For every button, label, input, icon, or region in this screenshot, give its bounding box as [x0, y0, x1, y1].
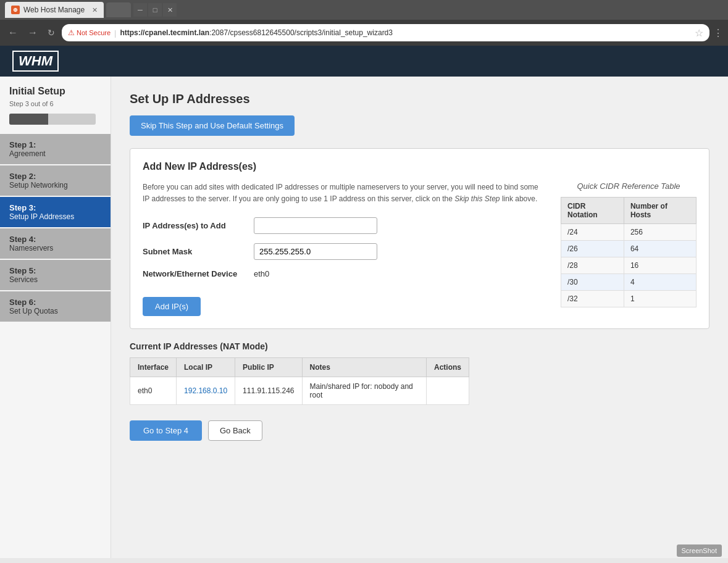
screenshot-watermark: ScreenShot: [677, 544, 722, 557]
cidr-table-row: /2816: [561, 257, 697, 274]
tab-close-button[interactable]: ✕: [92, 6, 98, 14]
subnet-mask-row: Subnet Mask: [143, 243, 542, 260]
sidebar-title: Initial Setup: [0, 86, 111, 100]
cidr-hosts-cell: 64: [624, 241, 696, 257]
sidebar-item-step2[interactable]: Step 2: Setup Networking: [0, 165, 111, 196]
cidr-notation-cell: /24: [561, 224, 624, 241]
step5-name: Services: [9, 275, 101, 284]
cidr-table-row: /304: [561, 274, 697, 291]
ip-interface-cell: eth0: [130, 377, 177, 405]
tab-title: Web Host Manage: [23, 6, 88, 14]
cidr-table-title: Quick CIDR Reference Table: [561, 181, 697, 191]
step6-number: Step 6:: [9, 298, 101, 307]
current-ip-table-header: Interface Local IP Public IP Notes Actio…: [130, 358, 469, 377]
reload-button[interactable]: ↻: [44, 27, 58, 39]
cidr-notation-cell: /26: [561, 241, 624, 257]
add-ip-card: Add New IP Address(es) Before you can ad…: [130, 148, 709, 329]
step1-name: Agreement: [9, 149, 101, 158]
step6-name: Set Up Quotas: [9, 307, 101, 315]
device-value: eth0: [254, 269, 269, 278]
add-ip-card-body: Before you can add sites with dedicated …: [143, 181, 697, 316]
ip-address-input[interactable]: [254, 217, 377, 234]
cidr-notation-cell: /28: [561, 257, 624, 274]
active-tab[interactable]: ⊕ Web Host Manage ✕: [5, 2, 104, 18]
subnet-mask-label: Subnet Mask: [143, 247, 254, 256]
actions-header: Actions: [426, 358, 469, 377]
back-nav-button[interactable]: ←: [5, 26, 21, 40]
cidr-hosts-cell: 4: [624, 274, 696, 291]
warning-icon: ⚠: [68, 28, 75, 37]
progress-bar-fill: [9, 114, 48, 125]
add-ip-button[interactable]: Add IP(s): [143, 297, 201, 316]
ip-actions-cell: [426, 377, 469, 405]
add-ip-description: Before you can add sites with dedicated …: [143, 181, 542, 205]
cidr-hosts-cell: 1: [624, 291, 696, 307]
main-layout: Initial Setup Step 3 out of 6 Step 1: Ag…: [0, 77, 728, 558]
current-ip-table: Interface Local IP Public IP Notes Actio…: [130, 357, 469, 405]
step3-number: Step 3:: [9, 203, 101, 212]
cidr-reference-section: Quick CIDR Reference Table CIDR Notation…: [561, 181, 697, 316]
cidr-notation-cell: /30: [561, 274, 624, 291]
browser-chrome: ⊕ Web Host Manage ✕ ─ □ ✕ ← → ↻ ⚠ Not Se…: [0, 0, 728, 46]
browser-toolbar: ← → ↻ ⚠ Not Secure | https://cpanel.tecm…: [0, 20, 728, 46]
local-ip-header: Local IP: [177, 358, 235, 377]
cidr-table-row: /2664: [561, 241, 697, 257]
url-domain: https://cpanel.tecmint.lan: [120, 28, 209, 37]
step4-number: Step 4:: [9, 235, 101, 244]
browser-menu-icon[interactable]: ⋮: [713, 27, 723, 39]
cidr-notation-header: CIDR Notation: [561, 198, 624, 224]
sidebar-item-step5[interactable]: Step 5: Services: [0, 260, 111, 290]
minimize-button[interactable]: ─: [133, 3, 147, 17]
sidebar-item-step4[interactable]: Step 4: Nameservers: [0, 228, 111, 259]
sidebar-subtitle: Step 3 out of 6: [0, 100, 111, 114]
cidr-table-row: /321: [561, 291, 697, 307]
progress-bar-background: [9, 114, 96, 125]
sidebar-item-step1[interactable]: Step 1: Agreement: [0, 134, 111, 164]
notes-header: Notes: [302, 358, 426, 377]
interface-header: Interface: [130, 358, 177, 377]
url-divider: |: [114, 28, 116, 38]
whm-logo: WHM: [12, 51, 59, 72]
step3-name: Setup IP Addresses: [9, 212, 101, 221]
close-window-button[interactable]: ✕: [163, 3, 177, 17]
skip-link: Skip this Step: [454, 194, 500, 203]
cidr-table: CIDR Notation Number of Hosts /24256/266…: [561, 197, 697, 307]
step2-name: Setup Networking: [9, 181, 101, 190]
device-label: Network/Ethernet Device: [143, 269, 254, 278]
public-ip-header: Public IP: [235, 358, 302, 377]
ip-notes-cell: Main/shared IP for: nobody and root: [302, 377, 426, 405]
address-bar[interactable]: ⚠ Not Secure | https://cpanel.tecmint.la…: [62, 24, 709, 41]
not-secure-indicator: ⚠ Not Secure: [68, 28, 111, 37]
sidebar-item-step6[interactable]: Step 6: Set Up Quotas: [0, 291, 111, 322]
add-ip-card-title: Add New IP Address(es): [143, 161, 697, 172]
new-tab-button[interactable]: [106, 2, 131, 17]
step5-number: Step 5:: [9, 266, 101, 275]
bookmark-icon[interactable]: ☆: [695, 27, 703, 39]
go-back-button[interactable]: Go Back: [208, 420, 262, 441]
content-area: Set Up IP Addresses Skip This Step and U…: [111, 77, 728, 558]
step4-name: Nameservers: [9, 244, 101, 252]
step1-number: Step 1:: [9, 140, 101, 149]
sidebar-item-step3[interactable]: Step 3: Setup IP Addresses: [0, 197, 111, 227]
url-text[interactable]: https://cpanel.tecmint.lan:2087/cpsess68…: [120, 28, 691, 37]
ip-address-row: IP Address(es) to Add: [143, 217, 542, 234]
tab-favicon: ⊕: [11, 6, 20, 14]
sidebar: Initial Setup Step 3 out of 6 Step 1: Ag…: [0, 77, 111, 558]
cidr-table-header: CIDR Notation Number of Hosts: [561, 198, 697, 224]
forward-nav-button[interactable]: →: [25, 26, 41, 40]
subnet-mask-input[interactable]: [254, 243, 377, 260]
ip-local-cell: 192.168.0.10: [177, 377, 235, 405]
cidr-hosts-cell: 16: [624, 257, 696, 274]
skip-button[interactable]: Skip This Step and Use Default Settings: [130, 115, 295, 136]
cidr-table-row: /24256: [561, 224, 697, 241]
progress-bar-container: [0, 114, 111, 134]
maximize-button[interactable]: □: [148, 3, 162, 17]
current-ips-title: Current IP Addresses (NAT Mode): [130, 341, 709, 351]
ip-table-row: eth0192.168.0.10111.91.115.246Main/share…: [130, 377, 469, 405]
window-controls: ─ □ ✕: [133, 3, 177, 17]
ip-public-cell: 111.91.115.246: [235, 377, 302, 405]
step2-number: Step 2:: [9, 172, 101, 181]
ip-address-label: IP Address(es) to Add: [143, 221, 254, 230]
go-to-step4-button[interactable]: Go to Step 4: [130, 420, 202, 441]
device-row: Network/Ethernet Device eth0: [143, 269, 542, 278]
